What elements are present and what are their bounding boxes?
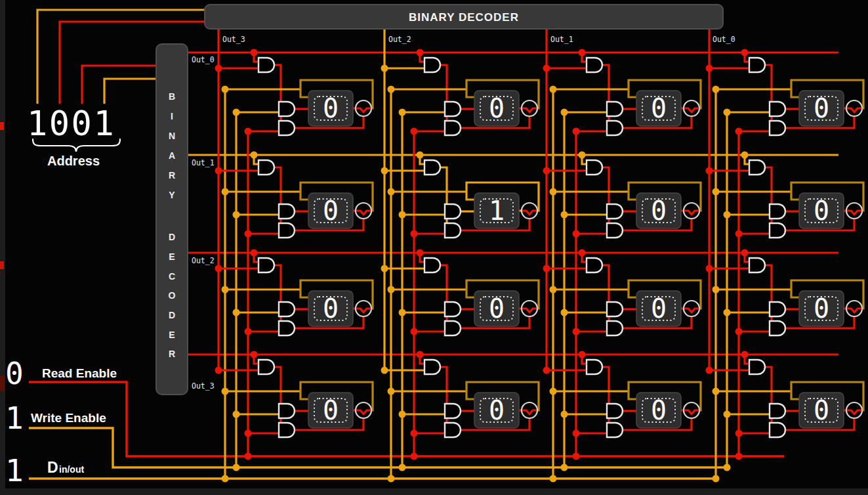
junction-dot [417, 49, 424, 56]
junction-dot [713, 86, 720, 93]
read-enable-input-value[interactable]: 0 [5, 356, 24, 391]
data-inout-input-value[interactable]: 1 [5, 453, 24, 488]
junction-dot [411, 430, 418, 437]
read-and-gate[interactable] [279, 223, 295, 238]
junction-dot [550, 188, 557, 196]
read-and-gate[interactable] [445, 121, 461, 135]
write-and-gate[interactable] [770, 204, 785, 219]
read-and-gate[interactable] [445, 321, 461, 335]
cell-select-and-gate[interactable] [587, 160, 602, 175]
cell-select-and-gate[interactable] [587, 258, 602, 272]
junction-dot [741, 49, 749, 56]
read-and-gate[interactable] [279, 423, 295, 437]
read-and-gate[interactable] [770, 223, 785, 238]
junction-dot [222, 388, 229, 395]
junction-dot [713, 286, 720, 293]
junction-dot [713, 188, 720, 196]
junction-dot [579, 249, 586, 257]
junction-dot [550, 388, 557, 395]
cell-select-and-gate[interactable] [424, 160, 440, 175]
junction-dot [561, 109, 568, 116]
junction-dot [233, 211, 240, 219]
junction-dot [381, 65, 388, 72]
left-decoder-letter: D [169, 232, 175, 242]
read-and-gate[interactable] [445, 223, 461, 238]
logic-sim-canvas[interactable]: 0000010000000000 BINARY DECODER BINARYDE… [0, 0, 868, 495]
cell-select-and-gate[interactable] [424, 360, 440, 374]
write-and-gate[interactable] [445, 302, 461, 316]
cell-select-and-gate[interactable] [424, 258, 440, 272]
address-label: Address [47, 154, 100, 168]
address-input-value[interactable]: 1001 [27, 104, 115, 143]
junction-dot [215, 167, 222, 175]
junction-dot [573, 328, 580, 335]
cell-select-and-gate[interactable] [424, 58, 440, 72]
write-and-gate[interactable] [770, 404, 785, 418]
write-and-gate[interactable] [279, 102, 295, 116]
write-and-gate[interactable] [445, 102, 461, 116]
write-and-gate[interactable] [445, 404, 461, 418]
junction-dot [251, 152, 258, 159]
write-and-gate[interactable] [279, 302, 295, 316]
read-and-gate[interactable] [607, 223, 623, 238]
read-and-gate[interactable] [279, 321, 295, 335]
read-and-gate[interactable] [607, 121, 623, 135]
bit-value: 0 [489, 293, 505, 324]
junction-dot [233, 109, 240, 116]
data-inout-label: D [47, 459, 58, 476]
junction-dot [417, 152, 424, 159]
column-label-out2: Out_2 [388, 35, 411, 44]
junction-dot [561, 309, 568, 316]
junction-dot [222, 188, 229, 196]
bit-value: 0 [814, 93, 829, 123]
junction-dot [735, 430, 743, 437]
cell-select-and-gate[interactable] [258, 258, 274, 272]
write-and-gate[interactable] [607, 102, 623, 116]
write-and-gate[interactable] [607, 204, 623, 219]
write-enable-input-value[interactable]: 1 [5, 400, 24, 436]
junction-dot [735, 453, 743, 460]
junction-dot [573, 230, 580, 238]
read-and-gate[interactable] [279, 121, 295, 135]
junction-dot [550, 475, 557, 483]
write-and-gate[interactable] [445, 204, 461, 219]
read-and-gate[interactable] [770, 423, 785, 437]
cell-select-and-gate[interactable] [587, 58, 602, 72]
junction-dot [741, 249, 749, 257]
cell-select-and-gate[interactable] [258, 360, 274, 374]
left-decoder-letter: N [169, 131, 175, 141]
junction-dot [399, 411, 406, 418]
junction-dot [724, 211, 731, 219]
left-decoder-letter: C [169, 271, 175, 282]
write-and-gate[interactable] [607, 404, 623, 418]
cell-select-and-gate[interactable] [258, 160, 274, 175]
bit-value: 0 [489, 93, 505, 123]
junction-dot [381, 167, 388, 175]
read-and-gate[interactable] [770, 121, 785, 135]
junction-dot [579, 49, 586, 56]
read-and-gate[interactable] [445, 423, 461, 437]
read-and-gate[interactable] [607, 423, 623, 437]
junction-dot [388, 86, 395, 93]
left-edge-tick [0, 261, 4, 269]
left-edge-tick [0, 122, 4, 130]
cell-select-and-gate[interactable] [587, 360, 602, 374]
read-and-gate[interactable] [770, 321, 785, 335]
write-and-gate[interactable] [279, 404, 295, 418]
cell-select-and-gate[interactable] [749, 58, 765, 72]
junction-dot [550, 286, 557, 293]
circuit-diagram[interactable]: 0000010000000000 BINARY DECODER BINARYDE… [0, 0, 868, 495]
write-and-gate[interactable] [770, 302, 785, 316]
row-label-out0: Out_0 [192, 55, 215, 64]
write-and-gate[interactable] [770, 102, 785, 116]
junction-dot [741, 152, 749, 159]
cell-select-and-gate[interactable] [749, 160, 765, 175]
cell-select-and-gate[interactable] [258, 58, 274, 72]
write-and-gate[interactable] [279, 204, 295, 219]
cell-select-and-gate[interactable] [749, 360, 765, 374]
junction-dot [713, 388, 720, 395]
cell-select-and-gate[interactable] [749, 258, 765, 272]
write-and-gate[interactable] [607, 302, 623, 316]
read-and-gate[interactable] [607, 321, 623, 335]
column-label-out1: Out_1 [550, 35, 573, 44]
